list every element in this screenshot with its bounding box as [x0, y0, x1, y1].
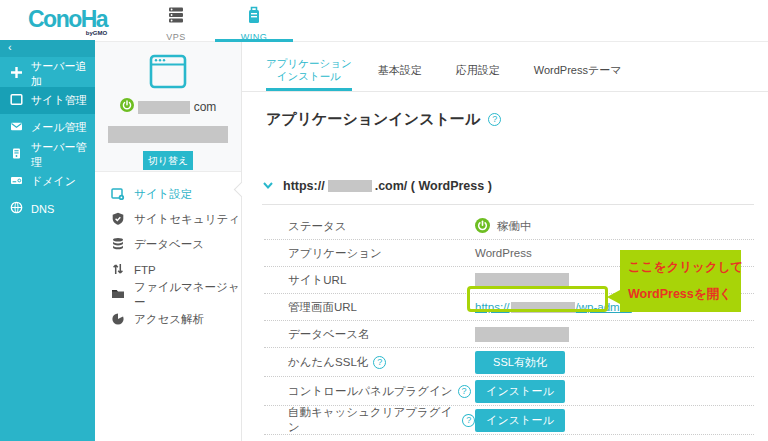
- callout-tail: [607, 290, 620, 304]
- row-auto-cache-clear-plugin: 自動キャッシュクリアプラグイン インストール: [264, 406, 754, 435]
- status-value: 稼働中: [475, 218, 532, 235]
- sidebar-item-site-management[interactable]: サイト管理: [0, 87, 95, 114]
- redacted-site-url: [475, 273, 569, 288]
- sidebar-item-add-server[interactable]: サーバー追加: [0, 60, 95, 87]
- domain-suffix: com: [194, 100, 217, 114]
- top-nav-vps[interactable]: VPS: [140, 5, 212, 44]
- menu-item-file-manager[interactable]: ファイルマネージャー: [95, 282, 241, 307]
- sidebar-item-mail-management[interactable]: メール管理: [0, 114, 95, 141]
- cache-clear-plugin-install-button[interactable]: インストール: [475, 409, 565, 432]
- tab-advanced-settings[interactable]: 応用設定: [456, 63, 500, 91]
- vps-tab-label: VPS: [166, 32, 186, 42]
- menu-item-access-analytics[interactable]: アクセス解析: [95, 307, 241, 332]
- site-summary: com 切り替え: [95, 42, 241, 172]
- status-power-icon: [120, 98, 134, 116]
- menu-item-ftp[interactable]: FTP: [95, 257, 241, 282]
- logo-subtext: byGMO: [86, 30, 107, 36]
- tab-label-line2: インストール: [266, 70, 352, 83]
- url-suffix: .com/ ( WordPress ): [375, 179, 492, 193]
- switch-site-button[interactable]: 切り替え: [143, 151, 193, 170]
- row-label: 管理画面URL: [264, 300, 475, 315]
- plus-icon: [10, 66, 23, 81]
- database-icon: [111, 237, 125, 253]
- tab-wordpress-theme[interactable]: WordPressテーマ: [534, 63, 622, 91]
- row-status: ステータス 稼働中: [264, 213, 754, 240]
- control-panel-plugin-install-button[interactable]: インストール: [475, 380, 565, 403]
- menu-item-label: ファイルマネージャー: [134, 280, 241, 310]
- menu-item-label: データベース: [134, 237, 204, 252]
- tab-application-install[interactable]: アプリケーション インストール: [266, 57, 352, 91]
- help-icon[interactable]: [488, 113, 501, 126]
- detail-rows: ステータス 稼働中 アプリケーション WordPress サイトURL 管理画面…: [264, 205, 754, 435]
- sidebar: サーバー追加 サイト管理 メール管理 サーバー管理 ドメイン DNS: [0, 40, 95, 441]
- current-site: com: [95, 98, 241, 116]
- page-title: アプリケーションインストール: [266, 110, 480, 129]
- globe-icon: [10, 201, 23, 216]
- site-accordion-header[interactable]: https:// .com/ ( WordPress ): [262, 177, 754, 205]
- accordion-site-url: https:// .com/ ( WordPress ): [283, 179, 492, 193]
- ftp-arrows-icon: [111, 262, 125, 278]
- row-label: 自動キャッシュクリアプラグイン: [288, 405, 457, 435]
- vps-server-icon: [140, 5, 212, 25]
- sidebar-item-label: サーバー追加: [31, 59, 95, 89]
- menu-item-label: サイトセキュリティ: [134, 212, 240, 227]
- row-label: コントロールパネルプラグイン: [288, 384, 453, 399]
- menu-item-database[interactable]: データベース: [95, 232, 241, 257]
- menu-item-site-settings[interactable]: サイト設定: [95, 182, 241, 207]
- main-content: アプリケーション インストール 基本設定 応用設定 WordPressテーマ ア…: [242, 42, 768, 441]
- menu-item-label: アクセス解析: [134, 312, 204, 327]
- logo-text: ConoHa: [28, 6, 107, 32]
- sidebar-item-label: サイト管理: [31, 93, 87, 108]
- redacted-database-name: [475, 327, 569, 342]
- help-icon[interactable]: [373, 356, 386, 369]
- domain-card-icon: [10, 174, 23, 189]
- help-icon[interactable]: [458, 385, 471, 398]
- redacted-site-name: [108, 126, 228, 143]
- row-label: データベース名: [264, 327, 475, 342]
- sidebar-item-label: DNS: [31, 203, 54, 215]
- redacted-url-part: [328, 180, 372, 192]
- site-panel: com 切り替え サイト設定 サイトセキュリティ データベース FTP: [95, 42, 242, 441]
- ssl-enable-button[interactable]: SSL有効化: [475, 351, 565, 374]
- sidebar-collapse-button[interactable]: [0, 40, 95, 57]
- sidebar-item-server-management[interactable]: サーバー管理: [0, 141, 95, 168]
- folder-icon: [111, 287, 125, 303]
- row-label: アプリケーション: [264, 246, 475, 261]
- power-status-icon: [475, 218, 490, 235]
- row-easy-ssl: かんたんSSL化 SSL有効化: [264, 348, 754, 377]
- conoha-control-panel: ConoHa byGMO VPS WING サーバー追加 サイ: [0, 0, 768, 441]
- row-label: サイトURL: [264, 273, 475, 288]
- row-label: かんたんSSL化: [288, 355, 368, 370]
- redacted-domain: [138, 101, 190, 114]
- wing-icon: [218, 5, 290, 25]
- shield-check-icon: [111, 212, 125, 228]
- mail-icon: [10, 120, 23, 135]
- menu-item-site-security[interactable]: サイトセキュリティ: [95, 207, 241, 232]
- help-icon[interactable]: [462, 414, 475, 427]
- sidebar-item-label: メール管理: [31, 120, 87, 135]
- status-text: 稼働中: [497, 219, 532, 234]
- application-value: WordPress: [475, 247, 532, 259]
- sidebar-item-dns[interactable]: DNS: [0, 195, 95, 222]
- sidebar-item-label: サーバー管理: [31, 140, 95, 170]
- menu-item-label: FTP: [134, 264, 156, 276]
- window-icon: [10, 93, 23, 108]
- tab-basic-settings[interactable]: 基本設定: [378, 63, 422, 91]
- sidebar-item-domain[interactable]: ドメイン: [0, 168, 95, 195]
- link-prefix: https://: [475, 301, 510, 313]
- sidebar-item-label: ドメイン: [31, 174, 76, 189]
- callout-line2: WordPressを開く: [628, 281, 741, 308]
- row-label: ステータス: [264, 219, 475, 234]
- conoha-logo[interactable]: ConoHa byGMO: [28, 6, 107, 33]
- main-tabbar: アプリケーション インストール 基本設定 応用設定 WordPressテーマ: [242, 42, 768, 92]
- row-control-panel-plugin: コントロールパネルプラグイン インストール: [264, 377, 754, 406]
- site-settings-menu: サイト設定 サイトセキュリティ データベース FTP ファイルマネージャー アク…: [95, 172, 241, 332]
- wing-active-underline: [215, 39, 293, 42]
- redacted-link-part: [511, 302, 575, 313]
- chevron-down-icon: [262, 177, 274, 195]
- annotation-callout: ここをクリックして WordPressを開く: [620, 250, 741, 312]
- tab-label-line1: アプリケーション: [266, 57, 352, 70]
- callout-line1: ここをクリックして: [628, 254, 741, 281]
- topbar: ConoHa byGMO VPS WING: [0, 0, 768, 42]
- url-prefix: https://: [283, 179, 325, 193]
